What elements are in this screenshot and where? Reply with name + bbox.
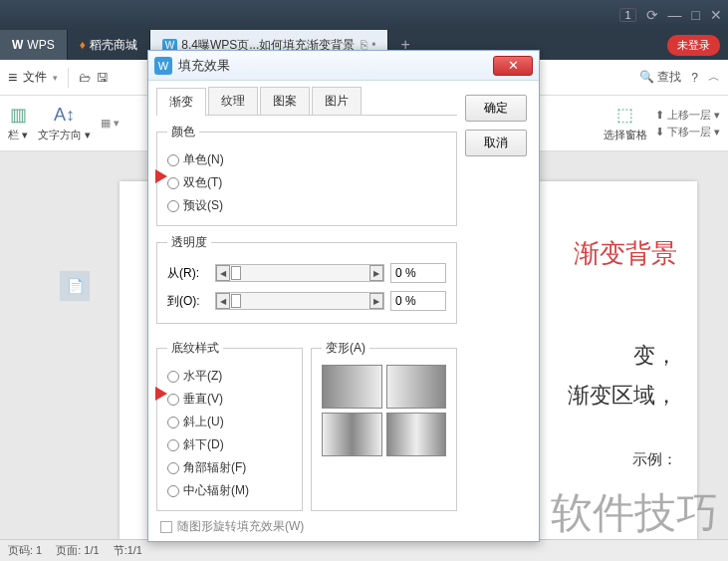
doc-example-label: 示例：	[632, 450, 677, 469]
select-pane-button[interactable]: ⬚选择窗格	[604, 104, 647, 142]
variant-preview[interactable]	[386, 365, 447, 409]
slider-left-icon[interactable]: ◀	[216, 265, 230, 281]
radio-label: 双色(T)	[183, 174, 222, 191]
to-label: 到(O):	[167, 293, 209, 310]
dialog-tabs: 渐变 纹理 图案 图片	[156, 87, 457, 116]
text-direction-button[interactable]: A↕文字方向 ▾	[38, 105, 91, 142]
slider-right-icon[interactable]: ▶	[369, 265, 383, 281]
annotation-arrow-icon	[155, 169, 167, 183]
status-section: 节:1/1	[114, 543, 142, 558]
minimize-icon[interactable]: —	[668, 7, 682, 23]
doc-line: 变，	[633, 341, 677, 371]
dialog-app-icon: W	[154, 57, 172, 75]
radio-one-color[interactable]	[167, 154, 179, 166]
radio-label: 角部辐射(F)	[183, 459, 246, 476]
annotation-arrow-icon	[155, 387, 167, 401]
radio-two-color[interactable]	[167, 177, 179, 189]
columns-button[interactable]: ▥栏 ▾	[8, 104, 28, 142]
rotate-checkbox[interactable]	[160, 521, 172, 533]
doc-heading: 渐变背景	[574, 236, 677, 271]
slider-left-icon[interactable]: ◀	[216, 293, 230, 309]
save-icon[interactable]: 🖫	[97, 71, 109, 85]
color-legend: 颜色	[167, 124, 199, 140]
from-slider[interactable]: ◀ ▶	[215, 264, 384, 282]
sync-icon[interactable]: ⟳	[646, 7, 658, 23]
slider-thumb[interactable]	[231, 266, 241, 280]
window-titlebar: 1 ⟳ — □ ✕	[0, 0, 728, 30]
status-page: 页码: 1	[8, 543, 42, 558]
radio-label: 斜下(D)	[183, 436, 224, 453]
tab-pattern[interactable]: 图案	[260, 87, 310, 115]
tab-picture[interactable]: 图片	[312, 87, 362, 115]
open-icon[interactable]: 🗁	[79, 71, 91, 85]
status-bar: 页码: 1 页面: 1/1 节:1/1	[0, 539, 728, 561]
thumbnail-pane[interactable]: 📄	[60, 271, 90, 301]
file-menu[interactable]: 文件	[23, 69, 47, 86]
maximize-icon[interactable]: □	[692, 7, 700, 23]
hamburger-icon[interactable]: ≡	[8, 69, 17, 87]
dialog-title: 填充效果	[178, 57, 230, 75]
layer-up-button[interactable]: ⬆ 上移一层 ▾	[655, 108, 720, 123]
radio-label: 斜上(U)	[183, 414, 224, 430]
to-value[interactable]: 0 %	[390, 291, 446, 311]
close-icon[interactable]: ✕	[710, 7, 722, 23]
transparency-fieldset: 透明度 从(R): ◀ ▶ 0 % 到(O): ◀	[156, 234, 457, 324]
radio-preset[interactable]	[167, 200, 179, 212]
radio-diag-up[interactable]	[167, 417, 179, 428]
variants-fieldset: 变形(A)	[311, 340, 457, 511]
layer-down-button[interactable]: ⬇ 下移一层 ▾	[655, 125, 720, 140]
radio-diag-down[interactable]	[167, 439, 179, 451]
rotate-label: 随图形旋转填充效果(W)	[177, 518, 304, 535]
to-slider[interactable]: ◀ ▶	[215, 292, 384, 310]
radio-label: 垂直(V)	[183, 391, 223, 408]
collapse-ribbon-icon[interactable]: ︿	[708, 69, 720, 86]
tab-wps[interactable]: WWPS	[0, 30, 68, 60]
tab-count-badge: 1	[619, 8, 635, 22]
radio-label: 预设(S)	[183, 197, 223, 214]
radio-corner[interactable]	[167, 462, 179, 474]
fill-effects-dialog: W 填充效果 ✕ 渐变 纹理 图案 图片 颜色 单色(N) 双色(T) 预设(S…	[147, 50, 540, 542]
radio-vertical[interactable]	[167, 394, 179, 406]
color-fieldset: 颜色 单色(N) 双色(T) 预设(S)	[156, 124, 457, 226]
from-label: 从(R):	[167, 265, 209, 282]
find-button[interactable]: 🔍 查找	[639, 69, 681, 86]
ok-button[interactable]: 确定	[465, 95, 527, 122]
variant-preview[interactable]	[386, 413, 447, 456]
slider-right-icon[interactable]: ▶	[369, 293, 383, 309]
from-value[interactable]: 0 %	[390, 263, 446, 283]
tab-texture[interactable]: 纹理	[208, 87, 258, 115]
variant-preview[interactable]	[322, 413, 382, 456]
radio-center[interactable]	[167, 485, 179, 497]
cancel-button[interactable]: 取消	[465, 130, 527, 156]
dialog-titlebar: W 填充效果 ✕	[148, 51, 539, 81]
doc-line: 渐变区域，	[568, 381, 677, 411]
radio-label: 中心辐射(M)	[183, 482, 249, 499]
status-pages: 页面: 1/1	[56, 543, 99, 558]
radio-horizontal[interactable]	[167, 371, 179, 383]
tab-gradient[interactable]: 渐变	[156, 88, 206, 116]
tab-mall[interactable]: ♦稻壳商城	[68, 30, 150, 60]
variants-legend: 变形(A)	[322, 340, 369, 357]
help-icon[interactable]: ?	[691, 71, 698, 85]
shading-style-fieldset: 底纹样式 水平(Z) 垂直(V) 斜上(U) 斜下(D) 角部辐射(F) 中心辐…	[156, 340, 303, 511]
style-legend: 底纹样式	[167, 340, 223, 357]
radio-label: 水平(Z)	[183, 368, 222, 385]
slider-thumb[interactable]	[231, 294, 241, 308]
dialog-close-button[interactable]: ✕	[493, 56, 533, 76]
login-badge[interactable]: 未登录	[667, 35, 720, 56]
radio-label: 单色(N)	[183, 151, 224, 168]
variant-preview[interactable]	[322, 365, 382, 409]
fire-icon: ♦	[80, 38, 86, 52]
trans-legend: 透明度	[167, 234, 211, 251]
